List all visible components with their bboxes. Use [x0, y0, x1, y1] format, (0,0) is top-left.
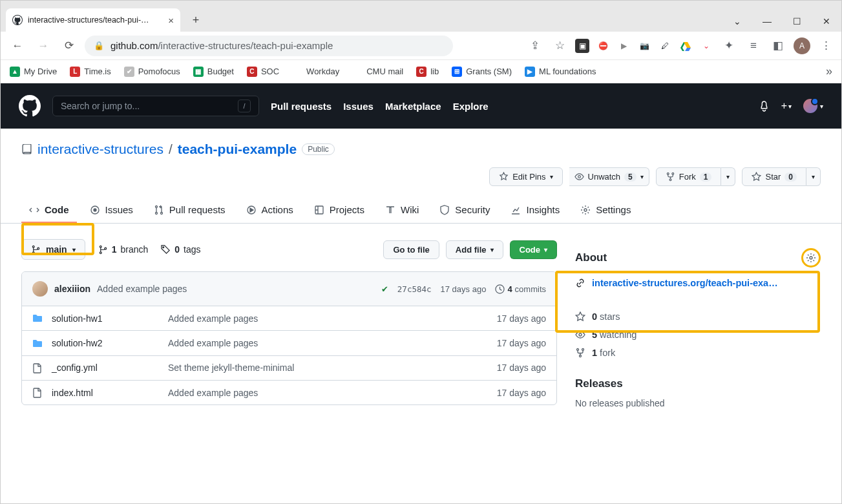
bookmarks-overflow[interactable]: » — [826, 65, 832, 78]
commit-message[interactable]: Added example pages — [97, 284, 187, 294]
commit-avatar[interactable] — [32, 281, 48, 297]
repo-tabs: CodeIssuesPull requestsActionsProjectsWi… — [1, 198, 841, 224]
bookmark-item[interactable]: ▶ML foundations — [525, 67, 596, 77]
svg-point-12 — [32, 246, 34, 247]
plus-icon[interactable]: +▾ — [781, 100, 792, 112]
file-commit-msg[interactable]: Added example pages — [168, 388, 497, 398]
file-commit-msg[interactable]: Set theme jekyll-theme-minimal — [168, 362, 497, 373]
unwatch-button[interactable]: Unwatch 5 ▾ — [569, 167, 649, 186]
tab-security[interactable]: Security — [432, 198, 498, 223]
star-button[interactable]: Star 0 — [742, 167, 806, 186]
ext-icon-1[interactable]: ▣ — [575, 39, 589, 53]
bookmark-item[interactable]: ▲My Drive — [10, 67, 57, 77]
file-link[interactable]: index.html — [52, 388, 93, 398]
file-date: 17 days ago — [497, 388, 546, 398]
file-row: _config.ymlSet theme jekyll-theme-minima… — [22, 356, 556, 381]
ext-icon-pocket[interactable]: ⌄ — [699, 39, 713, 53]
repo-name-link[interactable]: teach-pui-example — [178, 142, 297, 157]
github-search[interactable]: Search or jump to... / — [52, 96, 259, 116]
ext-icon-camera[interactable]: 📷 — [637, 39, 651, 53]
tab-issues[interactable]: Issues — [82, 198, 141, 223]
back-button[interactable]: ← — [7, 36, 28, 56]
bookmark-item[interactable]: ✔Pomofocus — [124, 67, 180, 77]
reload-button[interactable]: ⟳ — [59, 36, 79, 56]
file-link[interactable]: solution-hw1 — [52, 313, 103, 324]
about-website-link[interactable]: interactive-structures.org/teach-pui-exa… — [592, 278, 778, 288]
bookmark-item[interactable]: Clib — [416, 67, 439, 77]
file-commit-msg[interactable]: Added example pages — [168, 338, 497, 348]
bookmark-item[interactable]: ▦Budget — [193, 67, 234, 77]
svg-point-20 — [810, 257, 812, 259]
star-icon[interactable]: ☆ — [551, 37, 569, 55]
code-button[interactable]: Code ▾ — [510, 240, 558, 259]
file-link[interactable]: solution-hw2 — [52, 338, 103, 348]
tag-count[interactable]: 0tags — [161, 244, 200, 255]
file-row: index.htmlAdded example pages17 days ago — [22, 381, 556, 404]
gh-nav-link[interactable]: Marketplace — [385, 101, 441, 112]
tab-pull-requests[interactable]: Pull requests — [146, 198, 233, 223]
window-close[interactable]: ✕ — [812, 11, 841, 32]
about-settings-button[interactable] — [801, 248, 821, 268]
commits-count[interactable]: 4 commits — [495, 284, 546, 294]
svg-point-8 — [160, 212, 162, 214]
address-bar: ← → ⟳ 🔒 github.com/interactive-structure… — [1, 32, 841, 60]
tab-settings[interactable]: Settings — [573, 198, 638, 223]
window-maximize[interactable]: ☐ — [782, 11, 812, 32]
profile-avatar[interactable]: A — [794, 37, 810, 54]
fork-button[interactable]: Fork 1 — [656, 167, 722, 186]
bookmark-item[interactable]: ⊞Grants (SM) — [452, 67, 512, 77]
url-box[interactable]: 🔒 github.com/interactive-structures/teac… — [85, 36, 453, 56]
gh-nav-link[interactable]: Explore — [453, 101, 489, 112]
commit-author[interactable]: alexiiion — [54, 284, 90, 294]
watching-stat[interactable]: 5 watching — [575, 330, 821, 340]
tab-insights[interactable]: Insights — [503, 198, 567, 223]
ext-icon-video[interactable]: ▶ — [616, 39, 631, 53]
menu-icon[interactable]: ⋮ — [817, 37, 835, 55]
branch-button[interactable]: main ▾ — [21, 239, 85, 260]
file-date: 17 days ago — [497, 362, 546, 373]
bookmark-item[interactable]: MCMU mail — [352, 67, 403, 77]
tab-code[interactable]: Code — [21, 198, 77, 223]
github-favicon — [12, 15, 23, 25]
window-minimize[interactable]: — — [752, 11, 782, 32]
reading-list-icon[interactable]: ≡ — [744, 37, 763, 55]
sidepanel-icon[interactable]: ◧ — [769, 37, 787, 55]
goto-file-button[interactable]: Go to file — [383, 240, 439, 259]
ext-icon-colorpicker[interactable]: 🖊 — [658, 39, 672, 53]
gh-nav-link[interactable]: Pull requests — [271, 101, 332, 112]
github-logo[interactable] — [19, 95, 41, 117]
ext-icon-ublock[interactable]: ⛔ — [596, 39, 610, 53]
gh-nav-link[interactable]: Issues — [343, 101, 374, 112]
check-icon[interactable]: ✔ — [381, 284, 388, 294]
share-icon[interactable]: ⇪ — [526, 37, 544, 55]
stars-stat[interactable]: 0 stars — [575, 311, 821, 322]
forward-button[interactable]: → — [33, 36, 54, 56]
new-tab-button[interactable]: + — [186, 10, 205, 30]
file-icon — [32, 387, 43, 398]
fork-dropdown[interactable]: ▾ — [721, 167, 735, 186]
browser-tab[interactable]: interactive-structures/teach-pui-… × — [6, 8, 180, 32]
extensions-icon[interactable]: ✦ — [720, 37, 738, 55]
star-dropdown[interactable]: ▾ — [806, 167, 821, 186]
close-tab-icon[interactable]: × — [168, 15, 174, 26]
tab-projects[interactable]: Projects — [306, 198, 372, 223]
window-caret[interactable]: ⌄ — [722, 11, 752, 32]
tab-actions[interactable]: Actions — [238, 198, 301, 223]
commit-sha[interactable]: 27c584c — [397, 284, 432, 294]
ext-icon-drive[interactable] — [679, 39, 693, 53]
edit-pins-button[interactable]: Edit Pins ▾ — [489, 167, 562, 186]
forks-stat[interactable]: 1 fork — [575, 348, 821, 358]
bookmark-item[interactable]: CSOC — [247, 67, 279, 77]
bell-icon[interactable] — [759, 100, 770, 112]
releases-empty: No releases published — [575, 398, 821, 408]
branch-count[interactable]: 1branch — [98, 244, 149, 255]
file-commit-msg[interactable]: Added example pages — [168, 313, 497, 324]
user-menu[interactable]: ▾ — [803, 99, 823, 113]
repo-owner-link[interactable]: interactive-structures — [37, 142, 163, 157]
eye-icon — [575, 330, 585, 340]
add-file-button[interactable]: Add file ▾ — [446, 240, 503, 259]
file-link[interactable]: _config.yml — [52, 362, 98, 373]
bookmark-item[interactable]: LTime.is — [70, 67, 111, 77]
tab-wiki[interactable]: Wiki — [377, 198, 426, 223]
bookmark-item[interactable]: WWorkday — [292, 67, 339, 77]
